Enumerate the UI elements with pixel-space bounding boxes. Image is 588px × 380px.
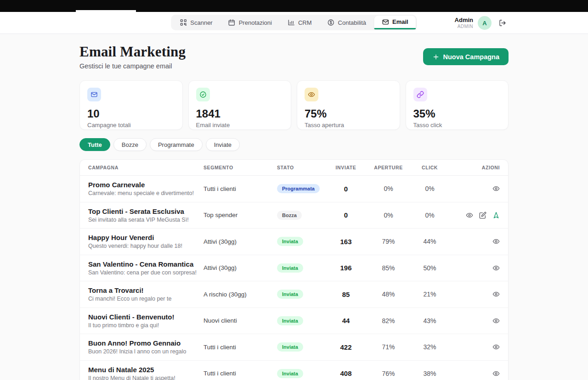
tab-label: Prenotazioni	[239, 19, 272, 26]
stat-label: Tasso click	[413, 122, 501, 129]
view-action-button[interactable]	[492, 238, 500, 245]
click-rate: 38%	[410, 370, 449, 377]
segment-cell: Tutti i clienti	[204, 185, 277, 192]
view-action-button[interactable]	[492, 317, 500, 324]
campaign-description: Carnevale: menu speciale e divertimento!	[88, 190, 204, 196]
actions-cell	[449, 264, 500, 272]
campaign-cell: Nuovi Clienti - Benvenuto!Il tuo primo t…	[88, 313, 204, 329]
sent-count: 0	[325, 185, 367, 193]
campaign-description: Questo venerdi: happy hour dalle 18!	[88, 243, 204, 249]
column-header: CAMPAGNA	[88, 165, 204, 170]
page-title: Email Marketing	[79, 44, 186, 60]
campaign-description: San Valentino: cena per due con sorpresa…	[88, 269, 204, 276]
tab-email[interactable]: Email	[374, 16, 416, 29]
segment-cell: Tutti i clienti	[204, 344, 277, 351]
avatar[interactable]: A	[478, 16, 492, 30]
tab-label: Contabilità	[338, 19, 366, 26]
campaign-name: Torna a Trovarci!	[88, 286, 204, 294]
status-cell: Inviata	[277, 342, 325, 352]
campaigns-table: CAMPAGNASEGMENTOSTATOINVIATEAPERTURECLIC…	[79, 159, 509, 380]
campaign-name: Promo Carnevale	[88, 181, 204, 189]
column-header: STATO	[277, 165, 325, 170]
user-role: ADMIN	[455, 24, 473, 29]
stat-value: 10	[87, 107, 175, 120]
segment-cell: Top spender	[204, 212, 277, 218]
campaign-cell: Promo CarnevaleCarnevale: menu speciale …	[88, 181, 204, 196]
filter-bozze[interactable]: Bozze	[113, 138, 147, 151]
calendar-icon	[228, 19, 236, 26]
open-rate: 76%	[367, 370, 410, 377]
view-action-button[interactable]	[492, 185, 500, 192]
status-cell: Inviata	[277, 237, 325, 246]
tab-prenotazioni[interactable]: Prenotazioni	[220, 16, 280, 29]
sent-count: 422	[325, 343, 367, 351]
sent-count: 408	[325, 369, 367, 377]
segment-cell: Tutti i clienti	[204, 370, 277, 377]
qr-scanner-icon	[180, 19, 187, 26]
click-rate: 21%	[410, 291, 449, 298]
campaign-description: Buon 2026! Inizia l anno con un regalo	[88, 348, 204, 355]
segment-cell: Attivi (30gg)	[204, 238, 277, 245]
table-row[interactable]: Nuovi Clienti - Benvenuto!Il tuo primo t…	[80, 308, 508, 335]
status-badge: Inviata	[277, 316, 303, 325]
actions-cell	[449, 343, 500, 351]
filter-inviate[interactable]: Inviate	[206, 138, 240, 151]
logout-icon	[499, 19, 506, 27]
table-row[interactable]: Top Clienti - Serata EsclusivaSei invita…	[80, 202, 508, 229]
table-row[interactable]: Buon Anno! Promo GennaioBuon 2026! Inizi…	[80, 334, 508, 361]
filter-pills: TutteBozzeProgrammateInviate	[79, 138, 509, 151]
table-row[interactable]: San Valentino - Cena RomanticaSan Valent…	[80, 255, 508, 282]
campaign-cell: Torna a Trovarci!Ci manchi! Ecco un rega…	[88, 286, 204, 302]
campaign-name: Top Clienti - Serata Esclusiva	[88, 207, 204, 215]
actions-cell	[449, 317, 500, 324]
stat-card: 75%Tasso apertura	[297, 80, 400, 130]
new-campaign-button[interactable]: Nuova Campagna	[423, 48, 509, 65]
open-rate: 0%	[367, 212, 410, 219]
page-header: Email Marketing Gestisci le tue campagne…	[79, 44, 509, 70]
view-action-button[interactable]	[492, 370, 500, 377]
view-action-button[interactable]	[492, 264, 500, 272]
open-rate: 0%	[367, 185, 410, 192]
user-area: Admin ADMIN A	[455, 12, 506, 34]
view-action-button[interactable]	[466, 212, 473, 219]
status-cell: Inviata	[277, 316, 325, 325]
tab-contabilità[interactable]: Contabilità	[320, 16, 374, 29]
segment-cell: Nuovi clienti	[204, 317, 277, 324]
campaign-name: Happy Hour Venerdi	[88, 234, 204, 241]
edit-action-button[interactable]	[479, 212, 486, 219]
sent-count: 85	[325, 291, 367, 298]
tab-scanner[interactable]: Scanner	[172, 16, 220, 29]
logout-button[interactable]	[499, 19, 506, 27]
table-row[interactable]: Torna a Trovarci!Ci manchi! Ecco un rega…	[80, 281, 508, 308]
sent-count: 0	[325, 211, 367, 219]
campaign-cell: Buon Anno! Promo GennaioBuon 2026! Inizi…	[88, 339, 204, 355]
stat-label: Email inviate	[196, 122, 284, 129]
segment-cell: Attivi (30gg)	[204, 264, 277, 271]
tab-label: CRM	[298, 19, 312, 26]
campaign-description: Sei invitato alla serata VIP MeGusta Sì!	[88, 217, 204, 223]
view-action-button[interactable]	[492, 291, 500, 298]
send-action-button[interactable]	[492, 212, 500, 219]
status-badge: Inviata	[277, 263, 303, 273]
status-cell: Inviata	[277, 369, 325, 378]
table-row[interactable]: Happy Hour VenerdiQuesto venerdi: happy …	[80, 229, 508, 255]
segment-cell: A rischio (30gg)	[204, 291, 277, 298]
filter-tutte[interactable]: Tutte	[79, 138, 110, 151]
main-content: Email Marketing Gestisci le tue campagne…	[79, 34, 509, 380]
tab-label: Email	[392, 18, 408, 25]
eye-icon	[305, 88, 318, 101]
filter-programmate[interactable]: Programmate	[150, 138, 203, 151]
table-row[interactable]: Menu di Natale 2025Il nostro Menu di Nat…	[80, 361, 508, 380]
bar-chart-icon	[288, 19, 295, 26]
campaign-name: Buon Anno! Promo Gennaio	[88, 339, 204, 347]
stat-label: Tasso apertura	[305, 122, 392, 129]
view-action-button[interactable]	[492, 343, 500, 351]
status-badge: Inviata	[277, 290, 303, 299]
tab-crm[interactable]: CRM	[280, 16, 320, 29]
new-campaign-label: Nuova Campagna	[443, 53, 499, 61]
actions-cell	[449, 291, 500, 298]
click-rate: 44%	[410, 238, 449, 245]
table-row[interactable]: Promo CarnevaleCarnevale: menu speciale …	[80, 176, 508, 202]
mail-icon	[382, 18, 389, 26]
column-header: AZIONI	[449, 165, 500, 170]
